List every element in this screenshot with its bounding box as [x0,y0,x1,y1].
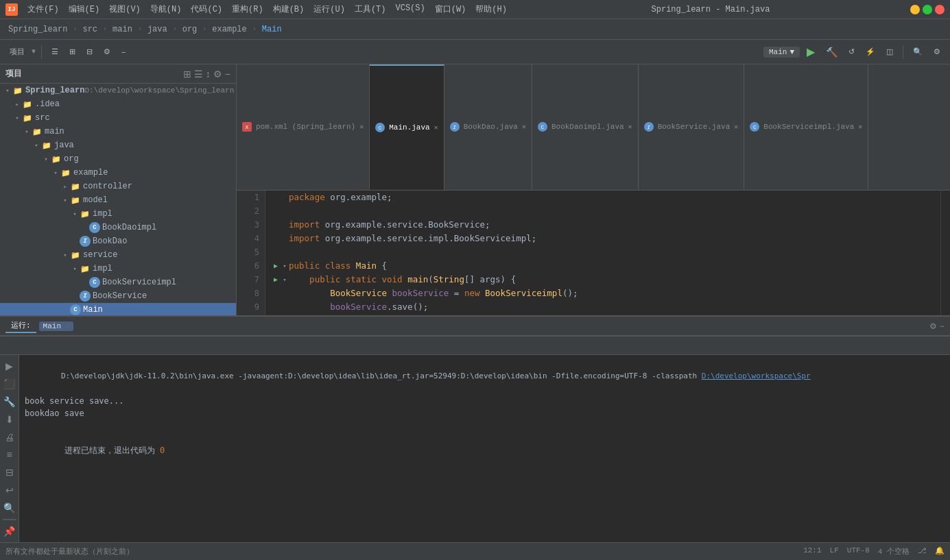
build-icon[interactable]: 🔨 [822,45,842,59]
tab-close-icon[interactable]: ✕ [434,123,438,132]
tree-item-BookDaoimpl[interactable]: CBookDaoimpl [0,221,236,234]
autoscroll-button[interactable]: ≡ [1,447,18,463]
token: Main [356,260,377,271]
expand-all-icon[interactable]: ⊞ [65,46,80,58]
tree-item-main[interactable]: ▾📁main [0,125,236,138]
tab-close-icon[interactable]: ✕ [734,123,738,131]
tab-bookserviceimpl[interactable]: CBookServiceimpl.java✕ [744,64,868,190]
tree-item-Main[interactable]: CMain [0,303,236,315]
token: org.example; [325,192,392,202]
tab-close-icon[interactable]: ✕ [359,123,364,131]
tree-item-impl_service[interactable]: ▾📁impl [0,262,236,276]
search-everywhere-icon[interactable]: 🔍 [909,46,927,58]
tree-item-BookDao[interactable]: IBookDao [0,234,236,248]
tab-label: BookDao.java [464,123,518,131]
tab-close-icon[interactable]: ✕ [522,123,526,131]
breadcrumb-example[interactable]: example [209,23,249,36]
menu-item[interactable]: 帮助(H) [471,2,511,16]
project-button[interactable]: 项目 [5,45,29,58]
coverage-icon[interactable]: ◫ [882,46,897,58]
code-editor[interactable]: 123456789101112 package org.example;impo… [237,191,950,316]
rebuild-icon[interactable]: ↺ [844,46,859,58]
maximize-button[interactable] [923,5,932,14]
tree-item-src[interactable]: ▾📁src [0,111,236,125]
tab-pom[interactable]: Xpom.xml (Spring_learn)✕ [237,64,370,190]
sidebar-sort-icon[interactable]: ↕ [206,69,211,80]
notifications-icon[interactable]: 🔔 [935,546,945,557]
run-config-selector[interactable]: Main ▼ [763,47,800,58]
tree-item-service[interactable]: ▾📁service [0,248,236,262]
menu-item[interactable]: 重构(R) [228,2,268,16]
tree-item-idea[interactable]: ▸📁.idea [0,97,236,111]
stop-button[interactable]: ⬛ [1,376,18,392]
run-tab[interactable]: Main ✕ [39,321,73,331]
wrap-button[interactable]: ↩ [1,482,18,498]
tree-item-controller[interactable]: ▸📁controller [0,180,236,193]
console-exit-line: 进程已结束，退出代码为 0 [25,432,945,469]
tab-bookdao[interactable]: IBookDao.java✕ [444,64,532,190]
settings-icon[interactable]: ⚙ [99,46,115,58]
sidebar-close-icon[interactable]: − [225,69,230,80]
restore-layout-button[interactable]: 🔧 [1,393,18,410]
collapse-all-icon[interactable]: ⊟ [82,46,97,58]
tree-node-label: BookServiceimpl [102,278,176,287]
tree-item-BookService[interactable]: IBookService [0,289,236,303]
tab-close-icon[interactable]: ✕ [858,123,862,131]
run-tab-close-icon[interactable]: ✕ [65,322,69,330]
tab-main_java[interactable]: CMain.java✕ [370,64,444,190]
menu-item[interactable]: 运行(U) [309,2,349,16]
tab-bookservice[interactable]: IBookService.java✕ [639,64,745,190]
menu-item[interactable]: 构建(B) [269,2,309,16]
scroll-to-end-button[interactable]: ⬇ [1,411,18,428]
tree-item-impl_model[interactable]: ▾📁impl [0,207,236,221]
tree-node-label: main [45,127,64,136]
menu-item[interactable]: 视图(V) [105,2,145,16]
tree-item-java[interactable]: ▾📁java [0,138,236,152]
line-ending[interactable]: LF [830,546,839,557]
cursor-position[interactable]: 12:1 [803,546,821,557]
tab-close-icon[interactable]: ✕ [628,123,632,131]
debug-run-icon[interactable]: ⚡ [862,46,879,58]
menu-item[interactable]: 代码(C) [187,2,226,16]
console-classpath-link[interactable]: D:\develop\workspace\Spr [702,372,811,380]
settings-run-icon[interactable]: ⚙ [929,321,937,331]
tree-node-icon: 📁 [70,181,81,192]
sidebar-settings-icon[interactable]: ⚙ [213,69,222,80]
close-icon[interactable]: − [117,47,130,58]
structure-icon[interactable]: ☰ [47,46,62,58]
filter-button[interactable]: ⊟ [1,464,18,480]
tree-item-model[interactable]: ▾📁model [0,193,236,207]
close-run-panel-icon[interactable]: − [940,321,945,331]
breadcrumb-spring-learn[interactable]: Spring_learn [5,23,70,36]
tree-item-example[interactable]: ▾📁example [0,166,236,180]
tree-item-org[interactable]: ▾📁org [0,152,236,166]
breadcrumb-file[interactable]: Main [259,23,285,36]
breadcrumb-org[interactable]: org [180,23,200,36]
sidebar-group-icon[interactable]: ☰ [194,69,203,80]
run-button[interactable]: ▶ [803,44,819,60]
encoding[interactable]: UTF-8 [847,546,870,557]
menu-item[interactable]: 文件(F) [23,2,63,16]
settings-main-icon[interactable]: ⚙ [929,46,945,58]
menu-item[interactable]: 编辑(E) [64,2,104,16]
menu-item[interactable]: 导航(N) [146,2,186,16]
tab-bookdaoimpl[interactable]: CBookDaoimpl.java✕ [532,64,639,190]
indent-info[interactable]: 4 个空格 [878,546,910,557]
run-gutter-6: ▶ [271,262,281,269]
token [340,274,346,284]
minimize-button[interactable] [910,5,920,14]
tree-item-BookServiceimpl[interactable]: CBookServiceimpl [0,276,236,289]
find-button[interactable]: 🔍 [1,500,18,516]
menu-item[interactable]: VCS(S) [391,2,429,16]
close-button[interactable] [935,5,945,14]
rerun-button[interactable]: ▶ [1,358,18,374]
tree-item-spring_learn[interactable]: ▾📁Spring_learn D:\develop\workspace\Spri… [0,84,236,97]
breadcrumb-src[interactable]: src [80,23,100,36]
breadcrumb-main[interactable]: main [110,23,135,36]
sidebar-layout-icon[interactable]: ⊞ [183,69,191,80]
menu-item[interactable]: 工具(T) [351,2,390,16]
menu-item[interactable]: 窗口(W) [431,2,471,16]
pin-button[interactable]: 📌 [1,523,18,539]
print-button[interactable]: 🖨 [1,429,18,446]
breadcrumb-java[interactable]: java [145,23,170,36]
